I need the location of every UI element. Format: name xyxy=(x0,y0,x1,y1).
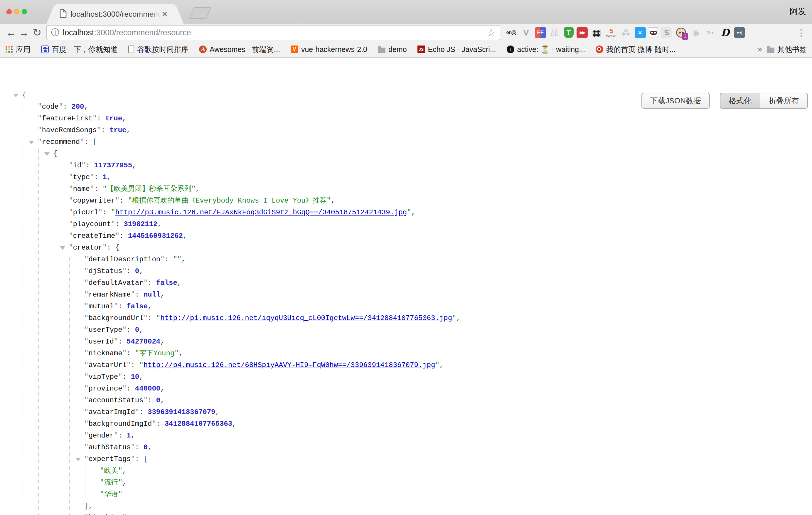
json-line: "djStatus": 0, xyxy=(0,265,812,277)
json-key-quote: " xyxy=(69,244,73,252)
json-key-quote: " xyxy=(126,361,130,369)
bookmark-items: 应用百度一下，你就知道谷歌按时间排序Awesomes - 前端资...vue-h… xyxy=(5,45,675,54)
collapse-toggle-icon[interactable] xyxy=(60,246,65,250)
json-line: "detailDescription": "", xyxy=(0,254,812,265)
json-link[interactable]: http://p3.music.126.net/FJAxNkFoq3dGiS9t… xyxy=(115,208,407,217)
minimize-window-button[interactable] xyxy=(14,9,19,15)
bookmark-star-icon[interactable]: ☆ xyxy=(487,27,496,38)
qr-code-icon[interactable]: ▦ xyxy=(591,26,602,39)
other-bookmarks-folder[interactable]: 其他书签 xyxy=(767,45,807,54)
collapse-toggle-icon[interactable] xyxy=(13,94,19,97)
json-colon: : xyxy=(156,420,165,428)
bookmark-baidu[interactable]: 百度一下，你就知道 xyxy=(41,45,118,54)
h5-player-icon[interactable]: 5PLAYER xyxy=(605,26,617,39)
json-key-quote: " xyxy=(111,220,115,228)
bookmark-apps[interactable]: 应用 xyxy=(5,45,31,54)
forward-button[interactable]: → xyxy=(18,26,31,39)
json-comma: , xyxy=(126,126,130,134)
s-icon[interactable]: S xyxy=(661,27,672,38)
new-tab-button[interactable] xyxy=(189,7,212,19)
json-value: false xyxy=(126,303,148,310)
site-info-icon[interactable]: ⓘ xyxy=(51,27,59,38)
page-content: 下载JSON数据 格式化 折叠所有 {"code": 200,"featureF… xyxy=(0,89,812,515)
dafont-icon[interactable]: D xyxy=(719,26,731,39)
json-line: "vipType": 10, xyxy=(0,371,812,383)
json-colon: : xyxy=(126,349,135,357)
json-value: null xyxy=(144,291,161,298)
json-key: mutual xyxy=(88,303,114,310)
json-comma: , xyxy=(331,197,335,205)
bookmark-label: 谷歌按时间排序 xyxy=(137,45,188,54)
weibo-gray-icon[interactable]: ◉ xyxy=(690,26,702,39)
json-colon: : xyxy=(148,396,156,404)
bookmark-google-sort[interactable]: 谷歌按时间排序 xyxy=(128,45,188,54)
address-bar[interactable]: ⓘ localhost:3000/recommend/resource ☆ xyxy=(47,25,500,40)
collapse-all-button[interactable]: 折叠所有 xyxy=(760,93,808,109)
json-key-quote: " xyxy=(130,455,135,463)
bookmark-awesomes[interactable]: Awesomes - 前端资... xyxy=(199,45,280,54)
shield-t-icon[interactable]: T xyxy=(563,27,574,38)
tampermonkey-icon[interactable]: 1 xyxy=(675,26,687,39)
vue-devtools-icon[interactable]: V xyxy=(520,26,532,39)
json-comma: , xyxy=(179,349,183,357)
browser-toolbar: ← → ↻ ⓘ localhost:3000/recommend/resourc… xyxy=(0,24,812,42)
onepassword-icon[interactable]: •••| xyxy=(734,27,745,38)
bookmark-label: active: ⏳ - waiting... xyxy=(517,45,585,54)
bookmarks-bar: 应用百度一下，你就知道谷歌按时间排序Awesomes - 前端资...vue-h… xyxy=(0,42,812,58)
tab-strip: localhost:3000/recommend/re ✕ 阿发 xyxy=(0,0,812,24)
json-colon: : xyxy=(135,455,144,463)
json-comma: , xyxy=(160,384,165,393)
json-colon: : xyxy=(135,291,144,298)
bookmark-echo-js[interactable]: Echo JS - JavaScri... xyxy=(417,45,496,54)
profile-name[interactable]: 阿发 xyxy=(790,6,806,17)
getui-icon[interactable]: » xyxy=(635,27,646,38)
fullscreen-window-button[interactable] xyxy=(22,9,27,15)
json-value: 117377955 xyxy=(94,162,132,169)
chrome-menu-icon[interactable]: ⋮ xyxy=(797,28,806,38)
json-key: vipType xyxy=(88,373,118,381)
json-bracket: { xyxy=(22,91,26,99)
hummingbird-icon[interactable]: ➳ xyxy=(704,26,716,39)
tab-close-icon[interactable]: ✕ xyxy=(162,10,168,19)
paw-icon[interactable]: ⁂ xyxy=(620,26,632,39)
json-viewer-buttons: 下载JSON数据 格式化 折叠所有 xyxy=(641,93,808,109)
collapse-toggle-icon[interactable] xyxy=(44,152,50,156)
org-chart-icon[interactable]: 品 xyxy=(549,26,561,39)
json-line: "欧美", xyxy=(0,465,812,477)
bookmark-active-waiting[interactable]: active: ⏳ - waiting... xyxy=(507,45,585,54)
url-text[interactable]: localhost:3000/recommend/resource xyxy=(63,28,191,37)
tab-title: localhost:3000/recommend/re xyxy=(70,10,161,19)
close-window-button[interactable] xyxy=(6,9,12,15)
format-button[interactable]: 格式化 xyxy=(720,93,760,109)
json-value-quote: " xyxy=(156,314,160,322)
browser-tab[interactable]: localhost:3000/recommend/re ✕ xyxy=(58,4,173,24)
getui-icon-glyph: » xyxy=(636,31,645,35)
json-value: true xyxy=(110,126,126,134)
bookmark-demo[interactable]: demo xyxy=(378,45,407,54)
s-icon-glyph: S xyxy=(664,28,669,37)
download-json-button[interactable]: 下载JSON数据 xyxy=(641,93,710,109)
bookmarks-overflow-icon[interactable]: » xyxy=(753,45,767,54)
video-speed-icon[interactable]: ▶▶ xyxy=(577,27,588,38)
collapse-toggle-icon[interactable] xyxy=(76,458,81,461)
json-comma: , xyxy=(456,314,460,322)
translate-icon[interactable]: en英 xyxy=(505,26,517,39)
json-key-quote: " xyxy=(84,455,88,463)
reload-button[interactable]: ↻ xyxy=(31,26,44,39)
json-link[interactable]: http://p1.music.126.net/iqyqU3Uicq_cL00I… xyxy=(160,314,452,322)
bookmark-weibo-home[interactable]: 我的首页 微博-随时... xyxy=(596,45,675,54)
mask-icon[interactable] xyxy=(649,27,658,38)
shield-t-icon-glyph: T xyxy=(567,29,571,36)
collapse-toggle-icon[interactable] xyxy=(29,141,34,144)
fe-icon[interactable]: FE xyxy=(535,27,546,38)
json-comma: , xyxy=(232,420,236,428)
json-key-quote: " xyxy=(84,326,88,334)
json-value: "" xyxy=(173,255,181,263)
json-colon: : xyxy=(94,173,103,181)
json-value: 652723200000 xyxy=(135,514,186,515)
json-key-quote: " xyxy=(84,314,88,322)
bookmark-vue-hackernews[interactable]: vue-hackernews-2.0 xyxy=(291,45,367,54)
json-value: 0 xyxy=(144,444,148,451)
json-link[interactable]: http://p4.music.126.net/68HSpiyAAVY-HI9-… xyxy=(144,361,435,369)
back-button[interactable]: ← xyxy=(5,26,18,39)
